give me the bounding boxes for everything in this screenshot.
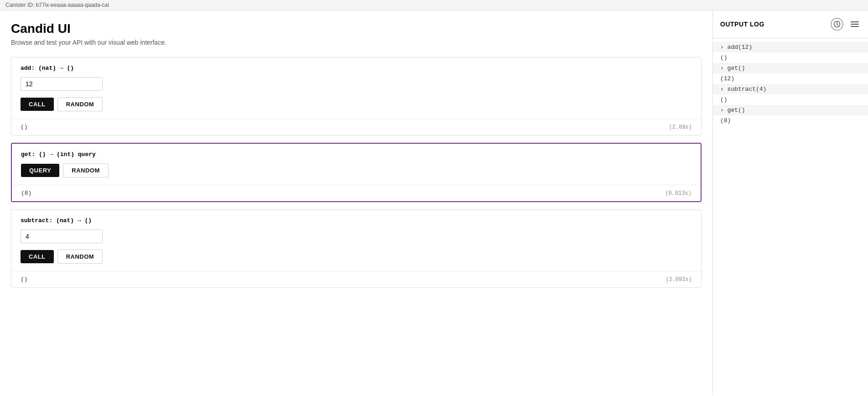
result-value-add: ()	[21, 124, 28, 130]
input-subtract[interactable]	[21, 229, 103, 243]
log-result-entry: (8)	[713, 115, 868, 126]
log-result-entry: (12)	[713, 73, 868, 84]
svg-line-2	[837, 25, 838, 26]
result-time-add: (2.09s)	[669, 124, 692, 130]
method-card-get: get: () → (int) queryQUERYRANDOM(8)(0.01…	[11, 143, 702, 202]
clock-icon[interactable]	[831, 18, 843, 31]
result-time-get: (0.013s)	[665, 190, 691, 197]
output-log: › add(12)()› get()(12)› subtract(4)()› g…	[713, 38, 868, 395]
page-title: Candid UI	[11, 21, 702, 36]
query-button-get[interactable]: QUERY	[21, 164, 59, 177]
output-log-title: OUTPUT LOG	[720, 21, 764, 28]
page-subtitle: Browse and test your API with our visual…	[11, 39, 702, 46]
log-call-entry: › get()	[713, 63, 868, 73]
result-value-subtract: ()	[21, 276, 28, 283]
random-button-get[interactable]: RANDOM	[63, 163, 109, 177]
call-button-subtract[interactable]: CALL	[21, 250, 54, 263]
log-call-entry: › add(12)	[713, 42, 868, 52]
log-call-entry: › subtract(4)	[713, 84, 868, 94]
log-result-entry: ()	[713, 52, 868, 63]
method-card-add: add: (nat) → ()CALLRANDOM()(2.09s)	[11, 57, 702, 135]
canister-id-label: Canister ID: b77ix-eeaaa-aaaaa-qaada-cai	[5, 2, 109, 8]
random-button-subtract[interactable]: RANDOM	[57, 250, 103, 264]
input-add[interactable]	[21, 77, 103, 91]
log-result-entry: ()	[713, 94, 868, 105]
method-signature-get: get: () → (int) query	[21, 151, 691, 158]
method-signature-subtract: subtract: (nat) → ()	[21, 217, 692, 224]
method-card-subtract: subtract: (nat) → ()CALLRANDOM()(2.092s)	[11, 209, 702, 288]
list-icon[interactable]	[849, 20, 861, 29]
call-button-add[interactable]: CALL	[21, 98, 54, 111]
method-signature-add: add: (nat) → ()	[21, 65, 692, 72]
result-value-get: (8)	[21, 190, 31, 197]
random-button-add[interactable]: RANDOM	[57, 97, 103, 111]
result-time-subtract: (2.092s)	[665, 276, 692, 283]
log-call-entry: › get()	[713, 105, 868, 115]
